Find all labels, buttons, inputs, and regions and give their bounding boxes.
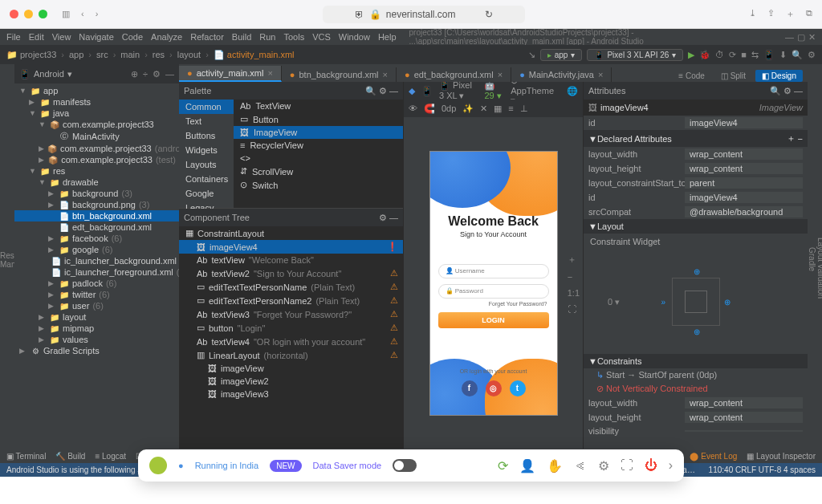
minimize-icon[interactable]: — xyxy=(785,32,794,43)
tree-row[interactable]: ▶📁layout xyxy=(14,311,179,323)
zoom-in-icon[interactable]: ＋ xyxy=(568,253,580,265)
component-tree-row[interactable]: 🖼imageView2 xyxy=(179,375,403,388)
close-window-button[interactable] xyxy=(10,10,18,18)
palette-category[interactable]: Containers xyxy=(179,172,234,186)
hand-icon[interactable]: ✋ xyxy=(547,458,563,474)
component-tree-row[interactable]: ▭editTextTextPersonName (Plain Text)⚠ xyxy=(179,280,403,294)
minimize-window-button[interactable] xyxy=(24,10,33,18)
close-tab-icon[interactable]: × xyxy=(498,70,503,79)
align-icon[interactable]: ≡ xyxy=(508,104,513,113)
layout-inspector-tab[interactable]: ▦ Layout Inspector xyxy=(747,452,816,461)
design-view-button[interactable]: ◧ Design xyxy=(755,70,803,82)
address-bar[interactable]: ⛨ 🔒 neverinstall.com ↻ xyxy=(323,6,525,23)
palette-item[interactable]: 🖼ImageView xyxy=(234,126,403,139)
device-selector[interactable]: 📱 Pixel 3 XL ▾ xyxy=(439,82,478,101)
attr-value-field[interactable]: @drawable/background xyxy=(685,206,803,217)
tree-row[interactable]: ▶📁values xyxy=(14,334,179,345)
component-tree-row[interactable]: ▦ConstraintLayout xyxy=(179,226,403,240)
palette-item[interactable]: ⊙Switch xyxy=(234,178,403,192)
pack-icon[interactable]: ▦ xyxy=(494,104,502,114)
search-icon[interactable]: 🔍 xyxy=(791,50,803,60)
zoom-window-button[interactable] xyxy=(39,10,47,18)
hide-icon[interactable]: — xyxy=(389,213,398,222)
magnet-icon[interactable]: 🧲 xyxy=(424,104,435,114)
tabs-overview-icon[interactable]: ⧉ xyxy=(806,8,812,20)
menu-item[interactable]: Window xyxy=(339,32,370,42)
close-icon[interactable]: ✕ xyxy=(808,32,816,43)
constraint-handle-right[interactable]: ⊕ xyxy=(724,298,730,307)
component-tree-row[interactable]: ▭button "Login"⚠ xyxy=(179,321,403,335)
search-icon[interactable]: 🔍 xyxy=(365,86,376,96)
editor-tab[interactable]: ●MainActivity.java× xyxy=(511,67,612,82)
tree-row[interactable]: ▼📁res xyxy=(14,165,179,177)
tree-row[interactable]: ▶📦com.example.project33 (test) xyxy=(14,154,179,165)
tree-row[interactable]: ▶📦com.example.project33 (androidTest) xyxy=(14,143,179,154)
back-nav-icon[interactable]: ‹ xyxy=(81,9,84,19)
project-tree[interactable]: ▼📁app▶📁manifests▼📁java▼📦com.example.proj… xyxy=(14,83,179,449)
guideline-icon[interactable]: ⊥ xyxy=(520,104,528,114)
tree-row[interactable]: 📄ic_launcher_background.xml xyxy=(14,255,179,266)
menu-item[interactable]: Run xyxy=(259,32,275,42)
fullscreen-icon[interactable]: ⛶ xyxy=(621,458,633,473)
hide-icon[interactable]: — xyxy=(794,86,803,96)
palette-category[interactable]: Buttons xyxy=(179,128,234,143)
tree-row[interactable]: ⒸMainActivity xyxy=(14,130,179,143)
component-tree-row[interactable]: AbtextView "Welcome Back" xyxy=(179,254,403,266)
tree-row[interactable]: ▼📦com.example.project33 xyxy=(14,119,179,130)
component-tree[interactable]: ▦ConstraintLayout🖼imageView4❗AbtextView … xyxy=(179,226,403,449)
id-field[interactable]: imageView4 xyxy=(685,117,803,128)
maximize-icon[interactable]: ▢ xyxy=(797,32,805,43)
menu-item[interactable]: View xyxy=(52,32,71,42)
code-view-button[interactable]: ≡ Code xyxy=(672,70,711,82)
tree-row[interactable]: ▶📁background (3) xyxy=(14,188,179,199)
refresh-icon[interactable]: ⟳ xyxy=(498,458,508,474)
avd-icon[interactable]: 📱 xyxy=(763,50,775,60)
gradle-tab[interactable]: Gradle xyxy=(808,247,816,271)
select-opened-icon[interactable]: ⊕ xyxy=(131,69,138,79)
tree-row[interactable]: 📄edt_background.xml xyxy=(14,222,179,233)
locale-icon[interactable]: 🌐 xyxy=(567,86,578,96)
tree-row[interactable]: ▼📁app xyxy=(14,85,179,96)
attr-value-field[interactable]: wrap_content xyxy=(685,163,803,174)
component-tree-row[interactable]: AbtextView2 "Sign to Your Account"⚠ xyxy=(179,266,403,280)
editor-tab[interactable]: ●edt_background.xml× xyxy=(397,67,511,82)
eye-icon[interactable]: 👁 xyxy=(409,104,417,113)
tree-row[interactable]: ▶📄background.png (3) xyxy=(14,199,179,210)
settings-icon[interactable]: ⚙ xyxy=(598,458,609,474)
zoom-fit-icon[interactable]: 1:1 xyxy=(568,287,580,297)
attr-value-field[interactable]: parent xyxy=(685,177,803,189)
search-icon[interactable]: 🔍 xyxy=(770,86,781,96)
power-icon[interactable]: ⏻ xyxy=(645,458,657,473)
editor-tab[interactable]: ●btn_background.xml× xyxy=(282,67,397,82)
gear-icon[interactable]: ⚙ xyxy=(153,69,161,79)
menu-item[interactable]: Navigate xyxy=(79,32,113,42)
run-config-selector[interactable]: ▸app▾ xyxy=(540,49,583,61)
menu-item[interactable]: Analyze xyxy=(151,32,182,42)
constraint-widget[interactable]: 0 ▾ ⊕ ⊕ » ⊕ xyxy=(584,250,808,354)
attr-value-field[interactable]: wrap_content xyxy=(685,148,803,160)
component-tree-row[interactable]: AbtextView4 "OR login with your account"… xyxy=(179,335,403,348)
palette-item[interactable]: ≡RecyclerView xyxy=(234,139,403,152)
remove-attr-icon[interactable]: − xyxy=(798,134,803,144)
tree-row[interactable]: ▼📁java xyxy=(14,108,179,119)
tree-row[interactable]: ▼📁drawable xyxy=(14,177,179,188)
attr-value-field[interactable]: imageView4 xyxy=(685,192,803,203)
tree-row[interactable]: ▶📁manifests xyxy=(14,96,179,108)
component-tree-row[interactable]: AbtextView3 "Forget Your Password?"⚠ xyxy=(179,307,403,321)
collapse-icon[interactable]: ÷ xyxy=(143,69,148,79)
palette-category[interactable]: Layouts xyxy=(179,157,234,172)
menu-item[interactable]: Tools xyxy=(283,32,304,42)
sync-icon[interactable]: ⇆ xyxy=(751,50,759,60)
gear-icon[interactable]: ⚙ xyxy=(783,86,791,96)
menu-item[interactable]: Help xyxy=(378,32,397,42)
run-icon[interactable]: ▶ xyxy=(688,50,694,60)
design-surface-icon[interactable]: ◆ xyxy=(409,86,415,96)
design-canvas[interactable]: Welcome Back Sign to Your Account 👤 User… xyxy=(404,117,583,449)
palette-category[interactable]: Common xyxy=(179,100,234,114)
orientation-icon[interactable]: 📱 xyxy=(421,86,433,96)
constraint-left-value[interactable]: 0 ▾ xyxy=(608,297,620,307)
wand-icon[interactable]: ✨ xyxy=(462,104,474,114)
tree-row[interactable]: ▶📁mipmap xyxy=(14,323,179,334)
menu-item[interactable]: Refactor xyxy=(190,32,224,42)
panel-title[interactable]: Android xyxy=(34,69,64,79)
